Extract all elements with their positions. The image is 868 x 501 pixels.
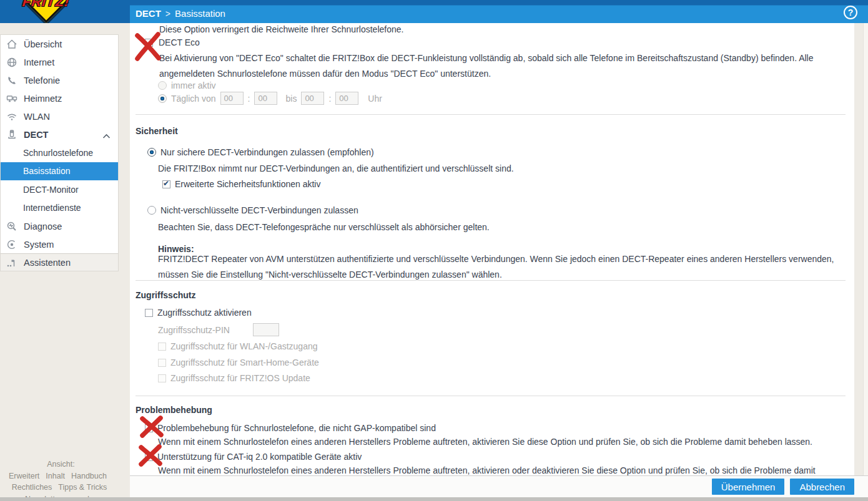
breadcrumb-page: Basisstation [175,8,225,19]
secure-radio-row: Nur sichere DECT-Verbindungen zulassen (… [147,147,374,157]
link-tipps-tricks[interactable]: Tipps & Tricks [58,483,107,492]
fritzos-update-checkbox [158,374,166,382]
sidebar-item-label: System [24,240,54,250]
catiq-label: Unterstützung für CAT-iq 2.0 kompatible … [157,452,362,462]
diagnose-icon [6,221,19,232]
system-icon [6,239,19,250]
sidebar-item-dect[interactable]: DECT [1,125,118,143]
bis-text: bis [285,94,297,104]
section-divider [136,396,846,396]
catiq-checkbox[interactable] [145,453,153,461]
dect-eco-checkbox[interactable] [145,39,153,47]
breadcrumb-separator-icon: > [165,9,170,19]
smart-home-row: Zugriffsschutz für Smart-Home-Geräte [158,358,319,367]
phone-icon [6,75,19,86]
bottom-edge-strip [0,497,868,501]
sidebar-item-label: Übersicht [24,39,62,49]
sidebar-navigation: Übersicht Internet Telefonie Heimnetz WL… [0,34,119,271]
gap-row: Problembehebung für Schnurlostelefone, d… [145,423,436,433]
taeglich-radio [158,94,167,103]
breadcrumb: DECT > Basisstation [136,0,225,23]
network-icon [6,93,19,104]
zugriffsschutz-aktivieren-checkbox[interactable] [145,309,153,317]
sidebar-item-system[interactable]: System [1,235,118,253]
zugriffsschutz-pin-input [253,323,279,336]
sidebar-subitem-dect-monitor[interactable]: DECT-Monitor [1,180,118,199]
globe-icon [6,57,19,68]
home-icon [6,39,19,50]
smart-home-checkbox [158,359,166,367]
dect-eco-intro: Diese Option verringert die Reichweite I… [159,24,403,34]
link-handbuch[interactable]: Handbuch [71,472,107,480]
sidebar-item-assistenten[interactable]: Assistenten [1,253,118,271]
breadcrumb-section: DECT [136,8,161,19]
main-content-panel: Diese Option verringert die Reichweite I… [130,23,854,475]
sidebar-subitem-basisstation[interactable]: Basisstation [1,162,118,181]
taeglich-label: Täglich von [171,94,216,104]
unencrypted-radio-row: Nicht-verschlüsselte DECT-Verbindungen z… [147,205,358,215]
sidebar-item-wlan[interactable]: WLAN [1,107,118,125]
dect-eco-row: DECT Eco [145,37,200,47]
nur-sichere-radio[interactable] [147,148,156,157]
dect-eco-label: DECT Eco [159,37,200,47]
link-rechtliches[interactable]: Rechtliches [12,483,52,492]
zugriffsschutz-aktivieren-label: Zugriffsschutz aktivieren [157,308,252,318]
action-footer-bar: Übernehmen Abbrechen [130,475,868,497]
help-icon[interactable]: ? [844,6,857,19]
fritzos-update-label: Zugriffsschutz für FRITZ!OS Update [170,373,310,383]
chevron-up-icon[interactable] [102,131,111,141]
top-header-bar: FRITZ! DECT > Basisstation ? [0,0,868,23]
sidebar-item-label: Diagnose [24,221,62,231]
sidebar-item-label: WLAN [24,112,50,122]
hinweis-text: FRITZ!DECT Repeater von AVM unterstützen… [158,251,848,283]
wlan-gastzugang-label: Zugriffsschutz für WLAN-/Gastzugang [170,341,318,351]
sidebar-subitem-label: Schnurlostelefone [23,148,93,158]
cancel-button[interactable]: Abbrechen [790,479,854,495]
link-inhalt[interactable]: Inhalt [46,472,65,480]
time-from-minute-input [254,92,277,105]
nur-sichere-label: Nur sichere DECT-Verbindungen zulassen (… [160,147,374,157]
smart-home-label: Zugriffsschutz für Smart-Home-Geräte [170,358,319,367]
gap-description: Wenn mit einem Schnurlostelefon eines an… [158,437,848,447]
sidebar-subitem-label: Internetdienste [23,203,81,213]
logo-block: FRITZ! [0,0,130,23]
erweiterte-sicherheit-label: Erweiterte Sicherheitsfunktionen aktiv [175,179,320,189]
fritzos-update-row: Zugriffsschutz für FRITZ!OS Update [158,373,310,383]
sidebar-item-internet[interactable]: Internet [1,53,118,71]
time-to-minute-input [335,92,358,105]
wlan-gastzugang-row: Zugriffsschutz für WLAN-/Gastzugang [158,341,318,351]
wlan-gastzugang-checkbox [158,343,166,351]
apply-button[interactable]: Übernehmen [712,479,785,495]
zugriffsschutz-enable-row: Zugriffsschutz aktivieren [145,308,252,318]
sidebar-subitem-internetdienste[interactable]: Internetdienste [1,199,118,218]
nicht-verschluesselte-label: Nicht-verschlüsselte DECT-Verbindungen z… [160,205,358,215]
sidebar-item-label: Heimnetz [24,94,62,104]
time-to-hour-input [301,92,324,105]
section-divider [136,280,846,281]
erweiterte-sicherheit-checkbox[interactable] [162,180,170,188]
sidebar-item-label: Assistenten [24,258,71,268]
problembehebung-heading: Problembehebung [136,405,212,415]
time-from-hour-input [220,92,244,105]
sidebar-subitem-label: DECT-Monitor [23,185,79,195]
scrollbar-track[interactable] [863,23,868,497]
immer-aktiv-label: immer aktiv [171,80,216,90]
sidebar-subitem-schnurlostelefone[interactable]: Schnurlostelefone [1,143,118,162]
sidebar-item-diagnose[interactable]: Diagnose [1,217,118,235]
dect-eco-daily-row: Täglich von : bis : Uhr [158,92,382,105]
section-divider [136,114,846,115]
colon-text: : [248,94,250,104]
sidebar-item-label: Telefonie [24,75,60,85]
uhr-text: Uhr [368,94,382,104]
catiq-row: Unterstützung für CAT-iq 2.0 kompatible … [145,452,362,462]
gap-kompatibel-checkbox[interactable] [145,424,153,432]
nicht-verschluesselte-radio[interactable] [147,206,156,215]
sidebar-item-telefonie[interactable]: Telefonie [1,71,118,89]
sidebar-footer-links: Ansicht: ErweitertInhaltHandbuch Rechtli… [0,459,119,501]
sidebar-subitem-label: Basisstation [23,166,70,176]
sidebar-item-heimnetz[interactable]: Heimnetz [1,89,118,107]
colon-text: : [328,94,331,104]
sidebar-item-uebersicht[interactable]: Übersicht [1,35,118,53]
fritz-logo-text: FRITZ! [22,0,71,10]
zugriffsschutz-heading: Zugriffsschutz [136,290,195,300]
